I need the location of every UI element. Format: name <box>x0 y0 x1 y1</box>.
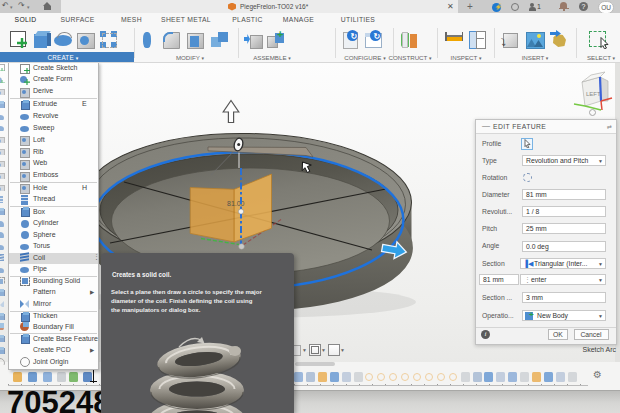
svg-text:LEFT: LEFT <box>586 91 601 97</box>
